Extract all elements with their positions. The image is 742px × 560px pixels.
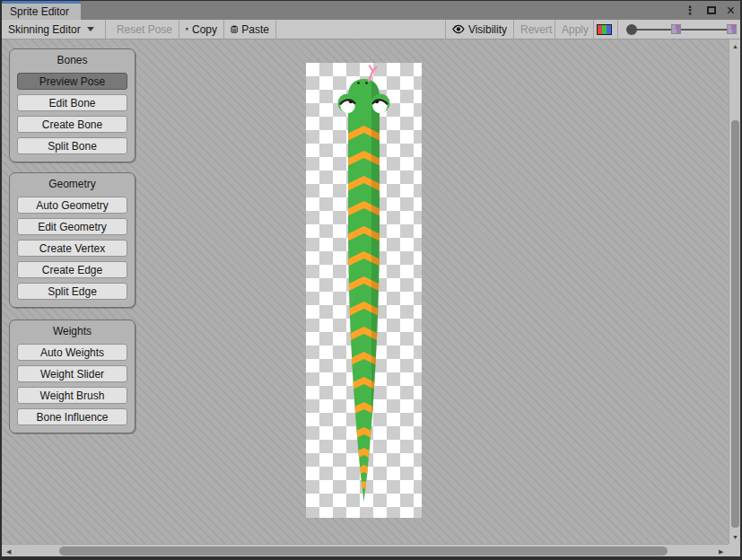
- scroll-up-icon[interactable]: ▲: [732, 43, 738, 49]
- sprite-preview-mode-button[interactable]: [593, 22, 615, 37]
- split-edge-button[interactable]: Split Edge: [17, 283, 127, 300]
- snake-tongue: [369, 66, 377, 82]
- scrollbar-corner: [729, 544, 740, 556]
- vertical-scrollbar[interactable]: ▲ ▼: [729, 39, 740, 544]
- alpha-slider-zone: [621, 20, 740, 39]
- close-icon[interactable]: ×: [727, 1, 735, 20]
- create-bone-button[interactable]: Create Bone: [17, 116, 127, 133]
- tab-title: Sprite Editor: [10, 5, 69, 18]
- geometry-panel: Geometry Auto Geometry Edit Geometry Cre…: [9, 172, 135, 308]
- scroll-right-icon[interactable]: ▶: [719, 548, 723, 555]
- edit-geometry-button[interactable]: Edit Geometry: [17, 218, 127, 235]
- auto-geometry-button[interactable]: Auto Geometry: [17, 197, 127, 214]
- chevron-down-icon: [87, 27, 94, 31]
- horizontal-scrollbar[interactable]: ◀ ▶: [2, 544, 729, 556]
- paste-icon: [231, 23, 238, 35]
- horizontal-scrollbar-thumb[interactable]: [59, 547, 668, 556]
- reset-pose-figure-icon: [112, 23, 113, 35]
- edit-bone-button[interactable]: Edit Bone: [17, 94, 127, 111]
- sprite-editor-window: Sprite Editor ⋮ × Skinning Editor Reset …: [0, 0, 742, 560]
- slider-knob[interactable]: [626, 24, 637, 35]
- scroll-left-icon[interactable]: ◀: [6, 548, 11, 555]
- paste-button[interactable]: Paste: [224, 20, 276, 39]
- toolbar: Skinning Editor Reset Pose Copy: [2, 20, 740, 39]
- apply-button[interactable]: Apply: [555, 20, 593, 39]
- titlebar: Sprite Editor ⋮ ×: [2, 1, 740, 20]
- copy-icon: [186, 23, 188, 35]
- bones-panel-title: Bones: [17, 52, 127, 69]
- weight-brush-button[interactable]: Weight Brush: [17, 387, 127, 404]
- visibility-toggle[interactable]: Visibility: [445, 20, 514, 39]
- auto-weights-button[interactable]: Auto Weights: [17, 344, 127, 361]
- bones-panel: Bones Preview Pose Edit Bone Create Bone…: [9, 48, 135, 162]
- snake-sprite: [306, 63, 422, 518]
- skinning-editor-dropdown[interactable]: Skinning Editor: [2, 20, 106, 39]
- tab-sprite-editor[interactable]: Sprite Editor: [2, 1, 81, 20]
- split-bone-button[interactable]: Split Bone: [17, 137, 127, 154]
- weight-slider-button[interactable]: Weight Slider: [17, 365, 127, 382]
- rgb-swatch-icon: [597, 24, 612, 35]
- pattern-swatch-icon[interactable]: [727, 24, 737, 34]
- slider-track[interactable]: [626, 29, 736, 31]
- copy-button[interactable]: Copy: [179, 20, 224, 39]
- maximize-icon[interactable]: [707, 6, 716, 14]
- pattern-swatch-icon[interactable]: [671, 24, 681, 34]
- eye-icon: [452, 24, 465, 34]
- preview-pose-button[interactable]: Preview Pose: [17, 73, 127, 90]
- vertical-scrollbar-thumb[interactable]: [731, 120, 739, 528]
- sprite-frame[interactable]: [306, 63, 422, 518]
- create-vertex-button[interactable]: Create Vertex: [17, 240, 127, 257]
- weights-panel: Weights Auto Weights Weight Slider Weigh…: [9, 319, 135, 433]
- bone-influence-button[interactable]: Bone Influence: [17, 408, 127, 425]
- geometry-panel-title: Geometry: [17, 176, 127, 193]
- skinning-canvas[interactable]: Bones Preview Pose Edit Bone Create Bone…: [2, 39, 729, 544]
- weights-panel-title: Weights: [17, 323, 127, 340]
- scroll-down-icon[interactable]: ▼: [732, 534, 738, 540]
- reset-pose-button[interactable]: Reset Pose: [106, 20, 179, 39]
- create-edge-button[interactable]: Create Edge: [17, 261, 127, 278]
- revert-button[interactable]: Revert: [514, 20, 555, 39]
- window-menu-icon[interactable]: ⋮: [685, 1, 696, 20]
- window-controls: ⋮ ×: [685, 1, 735, 20]
